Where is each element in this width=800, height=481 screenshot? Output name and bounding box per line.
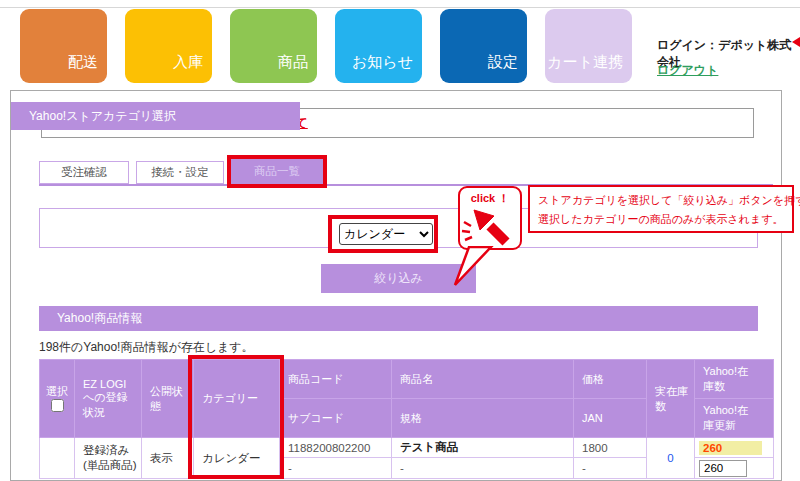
edge-cursor-arrow-icon [792,37,800,47]
row-category: カレンダー [194,438,280,479]
nav-button-delivery[interactable]: 配送 [20,9,107,83]
tab-product-list-active[interactable]: 商品一覧 [227,155,327,188]
header-yahoo-stock-update: Yahoo!在庫更新 [695,399,774,438]
nav-button-settings[interactable]: 設定 [440,9,527,83]
header-product-name: 商品名 [392,360,574,399]
header-yahoo-stock: Yahoo!在庫数 [695,360,774,399]
row-ezlogi-status: 登録済み(単品商品) [75,438,142,479]
nav-button-news[interactable]: お知らせ [335,9,422,83]
row-spec: - [392,458,574,479]
nav-button-receiving[interactable]: 入庫 [125,9,212,83]
table-row: 登録済み(単品商品) 表示 カレンダー 1188200802200 テスト商品 … [40,438,774,458]
header-publish-state: 公開状態 [142,360,194,438]
category-select-label: Yahoo!ストアカテゴリ選択 [11,102,300,130]
main-content-panel: BASE商品オプションAppへの対応について 受注確認 接続・設定 商品一覧 Y… [10,90,782,481]
row-price: 1800 [574,438,647,458]
row-yahoo-update-cell [695,458,774,479]
select-all-checkbox[interactable] [51,399,64,412]
header-price: 価格 [574,360,647,399]
header-yahoo-stock-label: Yahoo!在庫数 [703,364,753,394]
tab-order-check[interactable]: 受注確認 [39,161,129,184]
logout-link[interactable]: ログアウト [657,62,718,79]
header-product-code: 商品コード [280,360,392,399]
row-publish-state: 表示 [142,438,194,479]
click-callout-label: click ！ [460,191,520,206]
product-table: 選択 EZ LOGIへの登録状況 公開状態 カテゴリー 商品コード 商品名 価格… [39,359,773,479]
product-info-header: Yahoo!商品情報 [39,306,758,331]
row-real-stock-link[interactable]: 0 [647,438,695,479]
product-count-text: 198件のYahoo!商品情報が存在します。 [39,339,254,356]
nav-button-products[interactable]: 商品 [230,9,317,83]
header-ezlogi-status: EZ LOGIへの登録状況 [75,360,142,438]
tab-connection-settings[interactable]: 接続・設定 [136,161,224,184]
click-callout-bubble: click ！ [458,186,522,250]
header-sub-code: サブコード [280,399,392,438]
annotation-line-2: 選択したカテゴリーの商品のみが表示されます。 [538,210,792,229]
yahoo-stock-highlight: 260 [699,441,762,455]
instruction-annotation: ストアカテゴリを選択して「絞り込み」ボタンを押すと 選択したカテゴリーの商品のみ… [528,185,794,233]
callout-tail [449,246,497,288]
row-product-code: 1188200802200 [280,438,392,458]
header-select: 選択 [40,360,75,438]
row-yahoo-stock-cell: 260 [695,438,774,458]
row-product-name: テスト商品 [392,438,574,458]
cursor-arrow-icon [460,206,516,248]
row-sub-code: - [280,458,392,479]
nav-button-cart-link[interactable]: カート連携 [545,9,632,83]
header-real-stock: 実在庫数 [647,360,695,438]
category-select-dropdown[interactable]: カレンダー [339,223,433,245]
annotation-line-1: ストアカテゴリを選択して「絞り込み」ボタンを押すと [538,191,792,210]
header-select-label: 選択 [42,384,72,399]
main-nav: 配送 入庫 商品 お知らせ 設定 カート連携 [20,9,632,83]
row-select-cell[interactable] [40,438,75,479]
header-jan: JAN [574,399,647,438]
row-jan: - [574,458,647,479]
header-category: カテゴリー [194,360,280,438]
header-spec: 規格 [392,399,574,438]
top-divider [0,7,800,8]
category-select-highlight-box: カレンダー [328,215,438,253]
header-yahoo-stock-update-label: Yahoo!在庫更新 [703,403,753,433]
yahoo-stock-update-input[interactable] [699,460,747,477]
